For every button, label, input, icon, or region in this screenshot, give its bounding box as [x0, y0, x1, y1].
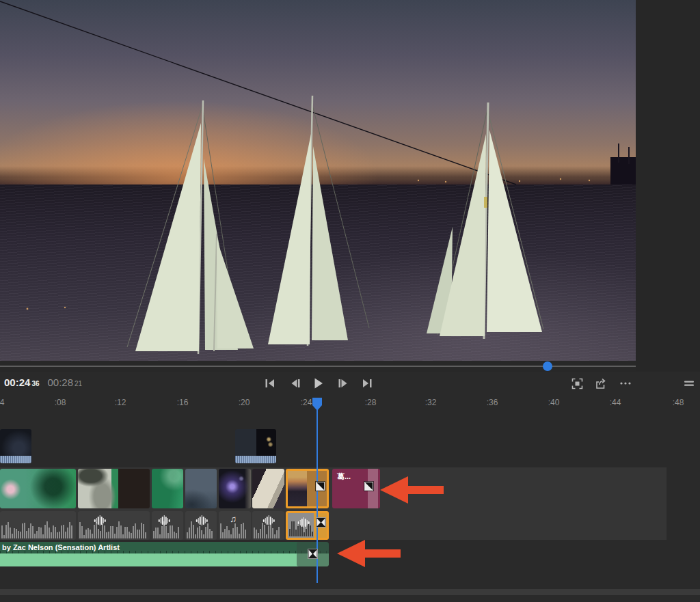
waveform-bar [110, 526, 111, 538]
step-backward-button[interactable] [286, 375, 304, 392]
waveform-bar [243, 523, 244, 538]
waveform-bar [16, 529, 17, 538]
waveform-bar [61, 525, 62, 538]
waveform-bar [44, 525, 46, 538]
play-button[interactable] [310, 375, 327, 392]
audio-clip-2[interactable] [78, 511, 150, 540]
preview-scrubber-track[interactable] [0, 366, 636, 367]
waveform-bar [145, 532, 146, 538]
clip-night-lights[interactable] [219, 469, 251, 508]
audio-waveform-icon [94, 515, 106, 525]
waveform-bar [170, 525, 171, 538]
transition-icon[interactable] [316, 482, 325, 491]
waveform-bar [167, 533, 169, 538]
video-preview[interactable] [0, 0, 636, 361]
clip-dusk-window[interactable] [185, 469, 217, 508]
step-forward-icon [338, 378, 349, 389]
waveform-bar [157, 528, 159, 538]
music-clip-title: by Zac Nelson (Sensation) Artlist [2, 543, 120, 551]
waveform-bar [291, 521, 293, 536]
clip-aquarium-jellyfish[interactable] [0, 469, 76, 508]
track-options-button[interactable] [680, 375, 698, 392]
audio-clip-5[interactable]: ♫ [219, 511, 251, 540]
waveform-bar [14, 528, 15, 538]
clip-audio-strip [235, 456, 276, 463]
waveform-bar [143, 524, 144, 538]
ruler-tick: :48 [673, 398, 684, 407]
waveform-bar [276, 530, 278, 538]
clip-title-text: 葛... [337, 471, 351, 482]
waveform-bar [26, 531, 27, 538]
waveform-bar [124, 527, 126, 538]
ruler-tick: :08 [55, 398, 66, 407]
waveform-bar [312, 532, 313, 536]
waveform-bar [174, 532, 175, 538]
waveform-bar [224, 529, 226, 538]
timeline-scrollbar[interactable] [0, 589, 700, 595]
share-button[interactable] [591, 375, 609, 392]
more-options-icon [619, 378, 632, 389]
audio-clip-3[interactable] [152, 511, 183, 540]
transition-icon[interactable] [364, 482, 373, 491]
waveform-bar [36, 531, 38, 538]
clip-white-fabric[interactable] [252, 469, 284, 508]
waveform-bar [40, 528, 42, 538]
waveform-bar [131, 533, 132, 538]
waveform-bar [5, 525, 7, 538]
clip-audio-strip [0, 456, 31, 463]
skip-to-start-icon [265, 378, 275, 389]
waveform-bar [256, 530, 257, 538]
clip-green-water[interactable] [152, 469, 183, 508]
waveform-bar [46, 521, 48, 538]
waveform-bar [118, 521, 120, 538]
ruler-tick: 4 [0, 398, 4, 407]
waveform-bar [55, 527, 56, 538]
audio-clip-1[interactable] [0, 511, 76, 540]
waveform-bar [12, 534, 13, 539]
waveform-bar [135, 523, 136, 538]
waveform-bar [176, 533, 177, 538]
audio-clip-4[interactable] [185, 511, 217, 540]
step-forward-button[interactable] [334, 375, 352, 392]
timeline-ruler[interactable]: 4:08:12:16:20:24:28:32:36:40:44:48 [0, 395, 700, 418]
more-options-button[interactable] [617, 375, 634, 392]
overlay-clip-1[interactable] [0, 429, 31, 463]
waveform-bar [85, 530, 87, 538]
waveform-bar [234, 523, 236, 539]
waveform-bar [34, 534, 36, 538]
waveform-bar [293, 521, 295, 537]
waveform-bar [32, 526, 33, 538]
waveform-bar [274, 534, 275, 538]
audio-clip-6[interactable] [252, 511, 284, 540]
play-icon [312, 377, 325, 389]
clip-aquarium-tank[interactable] [78, 469, 150, 508]
waveform-bar [92, 534, 93, 539]
music-clip-waveform [0, 553, 329, 566]
music-track-clip[interactable]: by Zac Nelson (Sensation) Artlist [0, 542, 329, 566]
waveform-bar [83, 535, 85, 538]
skip-to-start-button[interactable] [261, 375, 279, 392]
audio-fade-icon[interactable] [316, 517, 326, 528]
ruler-tick: :16 [177, 398, 189, 407]
waveform-bar [237, 527, 238, 539]
fullscreen-button[interactable] [568, 375, 586, 392]
timecode-display: 00:243600:2821 [4, 377, 82, 389]
skip-to-end-button[interactable] [358, 375, 376, 392]
waveform-bar [42, 534, 44, 538]
skip-to-end-icon [362, 378, 373, 389]
overlay-clip-2[interactable] [235, 429, 276, 463]
waveform-bar [59, 532, 60, 538]
waveform-bar [141, 523, 142, 538]
waveform-bar [226, 526, 228, 538]
waveform-bar [304, 532, 305, 536]
waveform-bar [232, 528, 234, 539]
waveform-bar [126, 527, 128, 538]
waveform-bar [8, 522, 9, 538]
music-fade-icon[interactable] [308, 549, 318, 559]
current-time: 00:24 [4, 377, 30, 388]
preview-scrubber-handle[interactable] [543, 361, 552, 371]
waveform-bar [207, 523, 208, 538]
audio-waveform-icon [159, 515, 170, 525]
waveform-bar [24, 523, 25, 538]
audio-waveform-icon [263, 515, 275, 525]
